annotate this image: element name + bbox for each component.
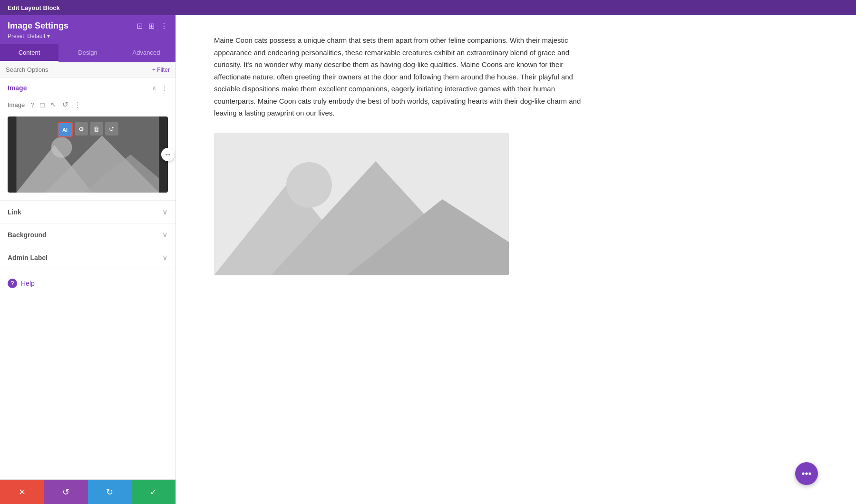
help-tool-icon[interactable]: ? xyxy=(30,101,34,109)
tab-content[interactable]: Content xyxy=(0,44,58,62)
section-background: Background ∨ xyxy=(0,223,175,246)
admin-label-chevron-icon[interactable]: ∨ xyxy=(162,253,168,262)
sidebar-header-icons: ⊡ ⊞ ⋮ xyxy=(136,21,168,30)
device-tool-icon[interactable]: □ xyxy=(40,101,44,109)
image-preview-container: AI ⚙ 🗑 ↺ ↔ xyxy=(8,116,168,193)
save-button[interactable]: ✓ xyxy=(132,480,175,504)
section-admin-label-title: Admin Label xyxy=(8,254,48,262)
overlay-settings-icon[interactable]: ⚙ xyxy=(75,122,88,136)
background-chevron-icon[interactable]: ∨ xyxy=(162,230,168,239)
help-label: Help xyxy=(21,280,35,287)
bottom-toolbar: ✕ ↺ ↻ ✓ xyxy=(0,479,175,504)
search-bar: + Filter xyxy=(0,62,175,78)
link-chevron-icon[interactable]: ∨ xyxy=(162,207,168,216)
section-image-header[interactable]: Image ∧ ⋮ xyxy=(0,78,175,98)
cancel-button[interactable]: ✕ xyxy=(0,480,44,504)
undo-button[interactable]: ↺ xyxy=(44,480,88,504)
sidebar-header: Image Settings ⊡ ⊞ ⋮ Preset: Default xyxy=(0,15,175,44)
svg-point-10 xyxy=(286,162,332,208)
top-bar-title: Edit Layout Block xyxy=(8,4,60,11)
section-expand-icon[interactable]: ∧ xyxy=(152,84,156,92)
tab-design[interactable]: Design xyxy=(58,44,117,62)
content-image-placeholder xyxy=(214,133,509,275)
section-admin-label: Admin Label ∨ xyxy=(0,246,175,269)
columns-icon[interactable]: ⊞ xyxy=(148,21,155,30)
sidebar: Image Settings ⊡ ⊞ ⋮ Preset: Default Con… xyxy=(0,15,176,504)
help-icon: ? xyxy=(8,279,17,288)
section-background-header[interactable]: Background ∨ xyxy=(0,223,175,246)
ai-btn-overlay: AI ⚙ 🗑 ↺ xyxy=(58,122,118,137)
fullscreen-icon[interactable]: ⊡ xyxy=(136,21,143,30)
sidebar-preset[interactable]: Preset: Default xyxy=(8,33,168,39)
resize-handle[interactable]: ↔ xyxy=(161,148,175,161)
sidebar-header-top: Image Settings ⊡ ⊞ ⋮ xyxy=(8,21,168,31)
body-text: Maine Coon cats possess a unique charm t… xyxy=(214,34,594,119)
main-layout: Image Settings ⊡ ⊞ ⋮ Preset: Default Con… xyxy=(0,15,856,504)
section-more-icon[interactable]: ⋮ xyxy=(161,84,168,92)
reset-tool-icon[interactable]: ↺ xyxy=(62,100,68,109)
section-background-title: Background xyxy=(8,231,47,239)
section-image-icons: ∧ ⋮ xyxy=(152,84,168,92)
fab-button[interactable]: ••• xyxy=(795,462,818,485)
svg-point-5 xyxy=(51,137,72,158)
section-image: Image ∧ ⋮ Image ? □ ↖ ↺ ⋮ xyxy=(0,78,175,201)
image-preview[interactable]: AI ⚙ 🗑 ↺ xyxy=(8,116,168,193)
search-input[interactable] xyxy=(6,66,148,73)
overlay-undo-icon[interactable]: ↺ xyxy=(105,122,118,136)
tab-advanced[interactable]: Advanced xyxy=(117,44,175,62)
section-link: Link ∨ xyxy=(0,201,175,223)
image-tools: Image ? □ ↖ ↺ ⋮ xyxy=(0,98,175,115)
image-label: Image xyxy=(8,101,25,108)
cursor-tool-icon[interactable]: ↖ xyxy=(50,100,57,109)
more-tool-icon[interactable]: ⋮ xyxy=(74,100,81,109)
help-section[interactable]: ? Help xyxy=(0,269,175,298)
section-link-title: Link xyxy=(8,208,21,216)
section-link-header[interactable]: Link ∨ xyxy=(0,201,175,223)
sidebar-content: Image ∧ ⋮ Image ? □ ↖ ↺ ⋮ xyxy=(0,78,175,479)
top-bar: Edit Layout Block xyxy=(0,0,856,15)
overlay-delete-icon[interactable]: 🗑 xyxy=(90,122,103,136)
ai-button[interactable]: AI xyxy=(58,122,73,137)
more-icon[interactable]: ⋮ xyxy=(160,21,168,30)
filter-button[interactable]: + Filter xyxy=(152,67,170,73)
sidebar-title: Image Settings xyxy=(8,21,68,31)
sidebar-tabs: Content Design Advanced xyxy=(0,44,175,62)
section-image-title: Image xyxy=(8,84,27,92)
content-area: Maine Coon cats possess a unique charm t… xyxy=(176,15,856,504)
redo-button[interactable]: ↻ xyxy=(88,480,132,504)
section-admin-label-header[interactable]: Admin Label ∨ xyxy=(0,246,175,269)
